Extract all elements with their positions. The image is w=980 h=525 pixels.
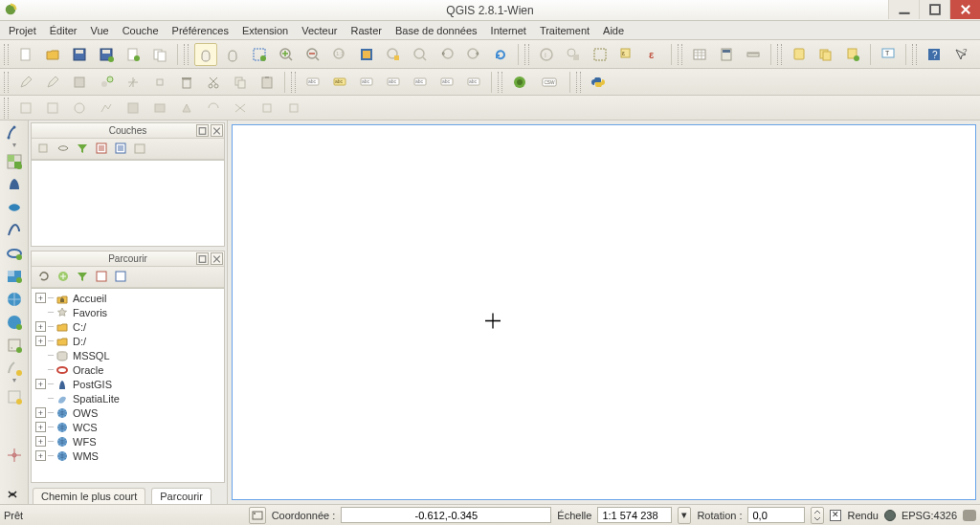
remove-layer-button[interactable]	[133, 142, 146, 157]
expand-icon[interactable]: +	[35, 407, 46, 418]
toolbar-handle[interactable]	[678, 44, 682, 65]
label-layer-button[interactable]: abc	[301, 71, 324, 94]
maximize-button[interactable]	[919, 0, 949, 19]
deselect-button[interactable]: ε	[642, 43, 665, 66]
rotation-stepper[interactable]	[811, 507, 824, 524]
toolbar-handle[interactable]	[4, 98, 9, 119]
add-layer-browser-button[interactable]	[56, 270, 70, 285]
filter-legend-button[interactable]	[76, 142, 89, 157]
label-pin-button[interactable]: abc	[355, 71, 378, 94]
menu-bdd[interactable]: Base de données	[389, 23, 484, 38]
expand-icon[interactable]: +	[35, 293, 46, 303]
label-show-button[interactable]: abc	[382, 71, 405, 94]
bookmark-show-button[interactable]	[814, 43, 837, 66]
field-calculator-button[interactable]	[715, 43, 738, 66]
menu-aide[interactable]: Aide	[596, 23, 631, 38]
browser-item-postgis[interactable]: +─PostGIS	[32, 377, 224, 391]
toolbar-handle[interactable]	[524, 44, 529, 65]
toolbar-handle[interactable]	[184, 44, 189, 65]
properties-browser-button[interactable]	[114, 270, 127, 285]
browser-panel-body[interactable]: +─Accueil─Favoris+─C:/+─D:/─MSSQL─Oracle…	[32, 288, 224, 482]
toolbar-handle[interactable]	[777, 44, 782, 65]
add-oracle-layer-button[interactable]	[6, 245, 23, 262]
toolbar-handle[interactable]	[912, 44, 917, 65]
expand-icon[interactable]: +	[35, 422, 46, 432]
toggle-extents-button[interactable]	[249, 507, 266, 524]
browser-item-favoris[interactable]: ─Favoris	[32, 305, 224, 319]
add-wms-layer-button[interactable]	[6, 268, 23, 285]
expand-icon[interactable]: +	[35, 321, 46, 332]
menu-projet[interactable]: Projet	[2, 23, 43, 38]
cut-button[interactable]	[202, 71, 225, 94]
digitize-7-button[interactable]	[175, 97, 198, 120]
layers-panel-close-button[interactable]	[211, 124, 223, 137]
menu-preferences[interactable]: Préférences	[166, 23, 235, 38]
label-highlight-button[interactable]: abc	[328, 71, 351, 94]
digitize-4-button[interactable]	[95, 97, 118, 120]
digitize-8-button[interactable]	[202, 97, 225, 120]
layers-panel-restore-button[interactable]	[196, 124, 209, 137]
minimize-button[interactable]	[888, 0, 919, 19]
add-raster-layer-button[interactable]	[6, 153, 23, 170]
new-shapefile-button[interactable]	[6, 360, 23, 377]
python-console-button[interactable]	[587, 71, 610, 94]
scale-dropdown-button[interactable]: ▾	[678, 507, 691, 524]
expand-icon[interactable]: +	[35, 379, 46, 389]
crs-globe-icon[interactable]	[884, 510, 896, 521]
menu-vue[interactable]: Vue	[84, 23, 116, 38]
render-checkbox[interactable]	[830, 510, 841, 521]
digitize-11-button[interactable]	[282, 97, 305, 120]
digitize-5-button[interactable]	[122, 97, 145, 120]
zoom-in-selection-button[interactable]	[248, 43, 271, 66]
zoom-last-button[interactable]	[435, 43, 458, 66]
new-gpkg-button[interactable]	[6, 388, 23, 405]
browser-item-mssql[interactable]: ─MSSQL	[32, 348, 224, 362]
open-project-button[interactable]	[41, 43, 64, 66]
copy-button[interactable]	[229, 71, 252, 94]
bookmark-add-button[interactable]	[841, 43, 864, 66]
identify-results-button[interactable]	[562, 43, 585, 66]
zoom-full-button[interactable]	[355, 43, 378, 66]
browser-item-accueil[interactable]: +─Accueil	[32, 291, 224, 305]
add-mssql-layer-button[interactable]	[6, 222, 23, 239]
digitize-2-button[interactable]	[41, 97, 64, 120]
digitize-10-button[interactable]	[256, 97, 278, 120]
collapse-all-button[interactable]	[114, 142, 127, 157]
browser-item-wms[interactable]: +─WMS	[32, 448, 224, 463]
label-move-button[interactable]: abc	[409, 71, 432, 94]
add-group-button[interactable]	[37, 142, 51, 157]
zoom-next-button[interactable]	[462, 43, 485, 66]
save-edits-button[interactable]	[41, 71, 64, 94]
digitize-1-button[interactable]	[14, 97, 37, 120]
add-spatialite-layer-button[interactable]	[6, 199, 23, 216]
bookmark-new-button[interactable]	[788, 43, 811, 66]
add-wfs-layer-button[interactable]	[6, 314, 23, 331]
browser-item-wcs[interactable]: +─WCS	[32, 420, 224, 434]
browser-item-c[interactable]: +─C:/	[32, 319, 224, 334]
attribute-table-button[interactable]	[688, 43, 711, 66]
menu-internet[interactable]: Internet	[484, 23, 533, 38]
zoom-native-button[interactable]: 1:1	[328, 43, 351, 66]
digitize-9-button[interactable]	[229, 97, 252, 120]
log-messages-button[interactable]	[963, 510, 976, 521]
map-canvas[interactable]	[232, 124, 976, 500]
expand-icon[interactable]: +	[35, 450, 46, 461]
add-delimited-text-button[interactable]: ,	[6, 337, 23, 354]
menu-vecteur[interactable]: Vecteur	[295, 23, 344, 38]
toolbar-handle[interactable]	[4, 72, 9, 93]
close-button[interactable]	[949, 0, 980, 19]
add-feature-button[interactable]	[95, 71, 118, 94]
select-expression-button[interactable]: ε	[615, 43, 638, 66]
tab-browser[interactable]: Parcourir	[151, 488, 212, 504]
coordinate-input[interactable]	[341, 507, 551, 523]
manage-visibility-button[interactable]	[56, 142, 70, 157]
pan-map-button[interactable]	[194, 43, 217, 66]
toolbar-handle[interactable]	[4, 44, 9, 65]
label-rotate-button[interactable]: abc	[435, 71, 458, 94]
menu-raster[interactable]: Raster	[345, 23, 389, 38]
select-features-button[interactable]	[589, 43, 612, 66]
toggle-editing-button[interactable]	[14, 71, 37, 94]
help-button[interactable]: ?	[923, 43, 946, 66]
new-print-composer-button[interactable]	[122, 43, 145, 66]
toolbar-handle[interactable]	[576, 72, 581, 93]
